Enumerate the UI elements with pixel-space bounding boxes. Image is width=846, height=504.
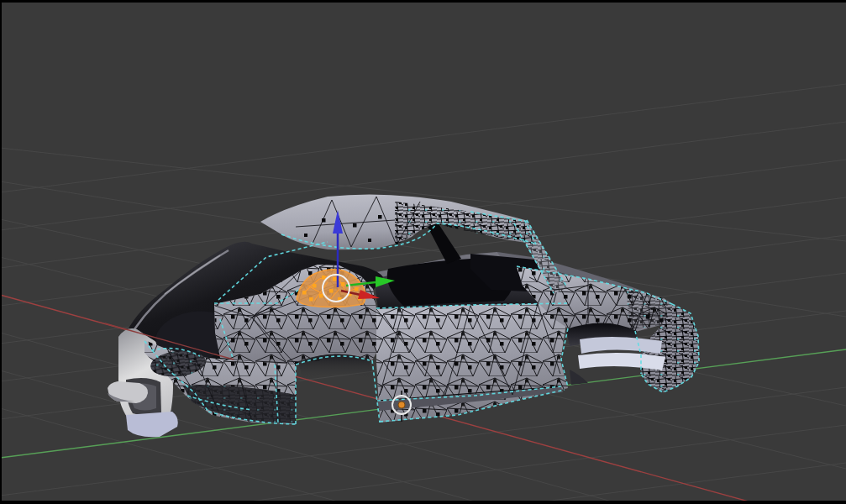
viewport-canvas[interactable]: Blender 3D Viewport bbox=[0, 0, 846, 504]
blender-3d-viewport[interactable]: Blender 3D Viewport bbox=[0, 0, 846, 504]
object-origin-dot bbox=[398, 402, 405, 408]
